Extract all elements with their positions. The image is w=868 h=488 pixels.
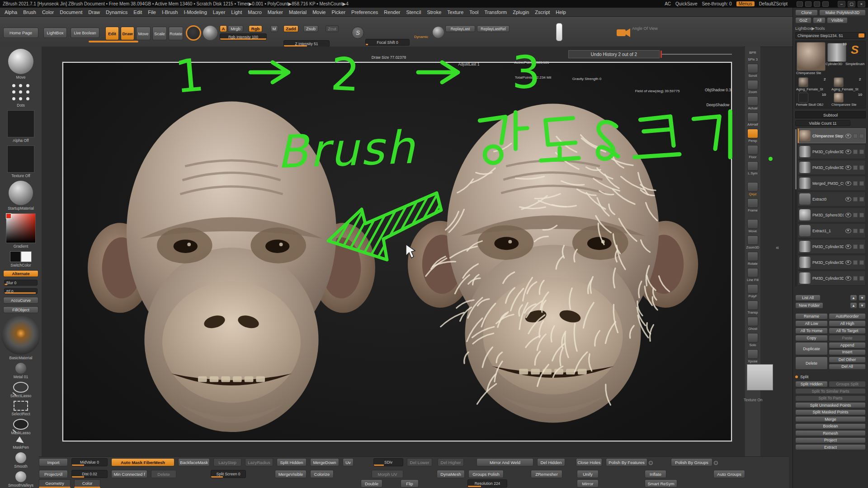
subtool-row-extract0[interactable]: Extract0 <box>797 192 866 206</box>
menu-render[interactable]: Render <box>384 9 400 15</box>
select-lasso-icon[interactable] <box>13 382 28 393</box>
subtool-option-icon[interactable] <box>859 165 864 170</box>
subtool-scrollbar[interactable] <box>795 128 797 286</box>
mask-pen-icon[interactable] <box>16 436 25 446</box>
del-other-button[interactable]: Del Other <box>829 357 866 363</box>
lightbox-button[interactable]: LightBox <box>43 28 67 38</box>
brush-icon[interactable] <box>186 25 201 41</box>
shelf-qxyz[interactable]: Qxyz <box>747 182 758 196</box>
shelf-l-sym[interactable]: L.Sym <box>747 161 758 175</box>
bottom-del-hidden[interactable]: Del Hidden <box>537 458 565 466</box>
bottom-import[interactable]: Import <box>39 458 68 466</box>
all-low-button[interactable]: All Low <box>795 320 828 327</box>
tray-startupmaterial[interactable]: StartupMaterial <box>8 181 34 211</box>
boolean-button[interactable]: Boolean <box>795 423 866 429</box>
insert-button[interactable]: Insert <box>829 349 866 356</box>
zcut-button[interactable]: Zcut <box>326 25 339 32</box>
bottom-color[interactable]: Color <box>74 479 100 488</box>
subtool-option-icon[interactable] <box>859 150 864 154</box>
tray-gradient[interactable]: Gradient <box>6 213 36 249</box>
bottom-split-screen-0[interactable]: Split Screen 0 <box>211 470 246 478</box>
menu-file[interactable]: File <box>148 9 156 15</box>
visibility-eye-icon[interactable] <box>845 197 851 202</box>
bottom-delete[interactable]: Delete <box>151 470 176 478</box>
visibility-eye-icon[interactable] <box>845 213 851 217</box>
visibility-eye-icon[interactable] <box>845 134 851 138</box>
bottom-del-higher[interactable]: Del Higher <box>438 458 464 466</box>
tray-blur-0[interactable]: Blur 0 <box>4 280 38 286</box>
texture-preview[interactable] <box>747 364 773 390</box>
shelf-persp[interactable]: Persp <box>747 129 758 143</box>
menu-stencil[interactable]: Stencil <box>406 9 421 15</box>
maximize-button[interactable]: ▢ <box>848 1 855 7</box>
basic-material-sphere-icon[interactable] <box>1 316 40 355</box>
shelf-xpose[interactable]: Xpose <box>747 349 758 363</box>
del-all-button[interactable]: Del All <box>829 364 866 370</box>
move-up-button[interactable]: ▲ <box>850 295 857 301</box>
visibility-eye-icon[interactable] <box>845 165 851 170</box>
subtool-row-chimpanzee-step1234[interactable]: Chimpanzee Step1234 <box>797 128 866 143</box>
alpha-preview-icon[interactable] <box>433 27 444 38</box>
zsub-button[interactable]: Zsub <box>303 25 318 32</box>
project-button[interactable]: Project <box>795 437 866 443</box>
menu-picker[interactable]: Picker <box>331 9 345 15</box>
app-icon[interactable] <box>822 1 829 7</box>
edit-button[interactable]: Edit <box>105 27 119 40</box>
menu-material[interactable]: Material <box>289 9 307 15</box>
switch-color-icon[interactable] <box>10 251 32 262</box>
move-down-button[interactable]: ▼ <box>859 295 866 301</box>
close-button[interactable]: × <box>858 1 865 7</box>
split-masked-points-button[interactable]: Split Masked Points <box>795 409 866 415</box>
alternate-button[interactable]: Alternate <box>3 270 38 277</box>
duplicate-button[interactable]: Duplicate <box>795 342 828 355</box>
menu-texture[interactable]: Texture <box>447 9 463 15</box>
split-unmasked-points-button[interactable]: Split Unmasked Points <box>795 402 866 408</box>
simplebrush-icon[interactable]: S <box>851 43 859 57</box>
rgb-button[interactable]: Rgb <box>249 25 262 32</box>
goz-visible-button[interactable]: Visible <box>827 17 848 23</box>
bottom-lazystep[interactable]: LazyStep <box>213 458 241 466</box>
titlebar-see-through-0[interactable]: See-through: 0 <box>702 1 731 6</box>
titlebar-ac[interactable]: AC <box>665 1 671 6</box>
select-rect-icon[interactable] <box>14 401 28 411</box>
split-to-similar-parts-button[interactable]: Split To Similar Parts <box>795 388 866 394</box>
groups-split-button[interactable]: Groups Split <box>829 381 866 387</box>
bottom-polish-by-groups[interactable]: Polish By Groups <box>671 458 712 466</box>
bottom-projectall[interactable]: ProjectAll <box>39 470 68 478</box>
tray-masklasso[interactable]: MaskLasso <box>11 419 31 435</box>
panel-divider-handle[interactable]: « <box>776 244 779 251</box>
subtool-option-icon[interactable] <box>859 197 864 202</box>
menu-help[interactable]: Help <box>556 9 566 15</box>
minimize-button[interactable]: – <box>838 1 845 7</box>
merge-button[interactable]: Merge <box>795 416 866 422</box>
menu-color[interactable]: Color <box>42 9 54 15</box>
smoothvalleys-icon[interactable] <box>15 471 26 482</box>
shelf-actual[interactable]: Actual <box>747 96 758 110</box>
accucurve-button[interactable]: AccuCurve <box>3 297 38 304</box>
autoreorder-button[interactable]: AutoReorder <box>829 313 866 319</box>
bottom-uv[interactable]: Uv <box>343 458 354 466</box>
subtool-row-pm3d-cylinder3d2[interactable]: PM3D_Cylinder3D2 <box>797 271 866 286</box>
bottom-midvalue-0[interactable]: MidValue 0 <box>71 458 108 466</box>
shelf-zoom3d[interactable]: Zoom3D <box>746 235 760 249</box>
subtool-option-icon[interactable] <box>859 260 864 265</box>
visibility-eye-icon[interactable] <box>845 244 851 249</box>
bottom-split-hidden[interactable]: Split Hidden <box>277 458 307 466</box>
zadd-button[interactable]: Zadd <box>283 25 298 32</box>
menu-draw[interactable]: Draw <box>88 9 100 15</box>
shelf-spix-3[interactable]: SPix 3 <box>748 57 758 61</box>
all-to-home-button[interactable]: All To Home <box>795 328 828 334</box>
titlebar-menus[interactable]: Menus <box>736 1 755 6</box>
shelf-transp[interactable]: Transp <box>747 300 758 314</box>
bottom-smart-resym[interactable]: Smart ReSym <box>645 479 677 488</box>
bottom-groups-polish[interactable]: Groups Polish <box>468 470 504 478</box>
tray-texture-off[interactable]: Texture Off <box>7 145 34 178</box>
subtool-option-icon[interactable] <box>853 213 858 217</box>
copy-button[interactable]: Copy <box>795 335 828 341</box>
menu-macro[interactable]: Macro <box>248 9 262 15</box>
focal-shift-slider[interactable]: Focal Shift 0 <box>365 39 410 46</box>
alpha-off-swatch[interactable] <box>7 110 34 137</box>
color-picker[interactable] <box>6 213 36 243</box>
subtool-option-icon[interactable] <box>853 134 858 138</box>
subtool-option-icon[interactable] <box>859 276 864 281</box>
